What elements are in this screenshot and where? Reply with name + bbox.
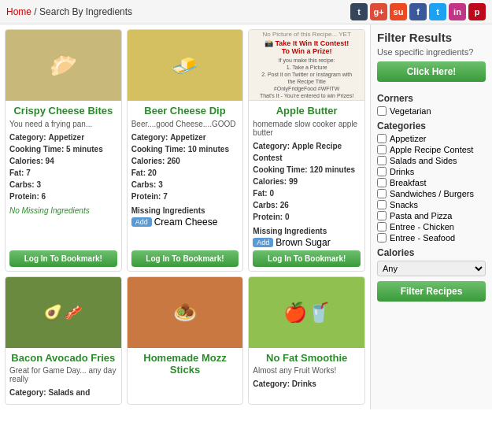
breadcrumb: Home / Search By Ingredients <box>6 6 132 17</box>
recipe-image: 🥟 <box>6 30 121 101</box>
main-layout: 🥟 Crispy Cheese Bites You need a frying … <box>0 24 492 409</box>
category-entree-seafood: Entree - Seafood <box>377 233 486 243</box>
recipes-grid: 🥟 Crispy Cheese Bites You need a frying … <box>5 29 365 405</box>
recipe-desc: homemade slow cooker apple butter <box>253 120 361 137</box>
recipe-card: 🧆 Homemade Mozz Sticks <box>127 276 244 405</box>
instagram-icon[interactable]: in <box>449 3 466 20</box>
recipe-image: 🥑🥓 <box>6 277 121 348</box>
recipe-desc: Almost any Fruit Works! <box>253 366 361 375</box>
category-label: Sandwiches / Burgers <box>390 189 474 198</box>
category-apple-recipe: Apple Recipe Contest <box>377 145 486 154</box>
category-salads: Salads and Sides <box>377 156 486 165</box>
category-label: Appetizer <box>390 134 426 143</box>
category-label: Apple Recipe Contest <box>390 145 473 154</box>
missing-label: Missing Ingredients <box>253 227 361 235</box>
calories-select[interactable]: Any <box>377 261 486 276</box>
recipe-card: 🥑🥓 Bacon Avocado Fries Great for Game Da… <box>5 276 122 405</box>
tumblr-icon[interactable]: t <box>350 3 368 20</box>
category-checkbox[interactable] <box>377 222 387 231</box>
recipe-title: Crispy Cheese Bites <box>9 105 117 117</box>
google-plus-icon[interactable]: g+ <box>370 3 387 20</box>
filter-subtitle: Use specific ingredients? <box>377 47 486 57</box>
add-ingredient-button[interactable]: Add <box>131 217 152 227</box>
category-label: Salads and Sides <box>390 156 457 165</box>
category-appetizer: Appetizer <box>377 134 486 143</box>
category-checkbox[interactable] <box>377 200 387 209</box>
missing-ingredient: Add Cream Cheese <box>131 217 239 228</box>
recipe-card: No Picture of this Recipe... YET 📸 Take … <box>248 29 365 272</box>
category-label: Pasta and Pizza <box>390 211 453 220</box>
recipe-image-contest: No Picture of this Recipe... YET 📸 Take … <box>249 30 364 101</box>
bookmark-button[interactable]: Log In To Bookmark! <box>131 250 239 267</box>
vegetarian-label: Vegetarian <box>390 106 431 116</box>
category-pasta: Pasta and Pizza <box>377 211 486 220</box>
missing-label: Missing Ingredients <box>131 206 239 215</box>
recipe-desc: Great for Game Day... any day really <box>9 366 117 383</box>
category-drinks: Drinks <box>377 167 486 176</box>
category-snacks: Snacks <box>377 200 486 209</box>
recipe-desc: You need a frying pan... <box>9 120 117 128</box>
category-sandwiches: Sandwiches / Burgers <box>377 189 486 198</box>
click-here-button[interactable]: Click Here! <box>377 61 486 82</box>
vegetarian-checkbox[interactable] <box>377 106 387 116</box>
vegetarian-filter: Vegetarian <box>377 106 486 116</box>
social-icons: t g+ su f t in p <box>350 3 486 20</box>
recipe-card: 🍎🥤 No Fat Smoothie Almost any Fruit Work… <box>248 276 365 405</box>
stumbleupon-icon[interactable]: su <box>390 3 407 20</box>
pinterest-icon[interactable]: p <box>468 3 486 20</box>
facebook-icon[interactable]: f <box>409 3 427 20</box>
recipe-card: 🥟 Crispy Cheese Bites You need a frying … <box>5 29 122 272</box>
category-entree-chicken: Entree - Chicken <box>377 222 486 231</box>
twitter-icon[interactable]: t <box>429 3 446 20</box>
calories-title: Calories <box>377 247 486 258</box>
categories-title: Categories <box>377 120 486 131</box>
recipe-title: Homemade Mozz Sticks <box>131 352 239 376</box>
recipe-image: 🧆 <box>128 277 243 348</box>
recipe-meta: Category: Drinks <box>253 378 361 390</box>
recipe-meta: Category: Appetizer Cooking Time: 5 minu… <box>9 131 117 202</box>
recipe-card: 🧈 Beer Cheese Dip Beer....good Cheese...… <box>127 29 244 272</box>
sidebar: Filter Results Use specific ingredients?… <box>370 24 492 409</box>
category-label: Breakfast <box>390 178 426 187</box>
recipe-title: No Fat Smoothie <box>253 352 361 365</box>
category-breakfast: Breakfast <box>377 178 486 187</box>
category-checkbox[interactable] <box>377 211 387 220</box>
category-checkbox[interactable] <box>377 189 387 198</box>
recipe-title: Beer Cheese Dip <box>131 105 239 117</box>
bookmark-button[interactable]: Log In To Bookmark! <box>9 250 117 267</box>
recipe-meta: Category: Appetizer Cooking Time: 10 min… <box>131 131 239 202</box>
no-missing-text: No Missing Ingredients <box>9 206 117 215</box>
recipe-desc: Beer....good Cheese....GOOD <box>131 120 239 128</box>
top-bar: Home / Search By Ingredients t g+ su f t… <box>0 0 492 24</box>
category-label: Entree - Chicken <box>390 222 454 231</box>
recipe-title: Apple Butter <box>253 105 361 117</box>
category-checkbox[interactable] <box>377 178 387 187</box>
category-checkbox[interactable] <box>377 156 387 165</box>
filter-results-title: Filter Results <box>377 31 486 44</box>
recipe-image: 🍎🥤 <box>249 277 364 348</box>
corners-title: Corners <box>377 93 486 104</box>
category-checkbox[interactable] <box>377 167 387 176</box>
category-label: Entree - Seafood <box>390 233 455 243</box>
add-ingredient-button[interactable]: Add <box>253 238 273 247</box>
recipe-meta: Category: Apple Recipe Contest Cooking T… <box>253 140 361 223</box>
category-label: Snacks <box>390 200 418 209</box>
category-checkbox[interactable] <box>377 233 387 243</box>
recipe-meta: Category: Salads and <box>9 387 117 398</box>
category-checkbox[interactable] <box>377 134 387 143</box>
category-checkbox[interactable] <box>377 145 387 154</box>
recipes-area: 🥟 Crispy Cheese Bites You need a frying … <box>0 24 370 409</box>
ingredient-name: Brown Sugar <box>276 237 330 248</box>
ingredient-name: Cream Cheese <box>154 217 218 228</box>
breadcrumb-home[interactable]: Home <box>6 6 31 17</box>
filter-recipes-button[interactable]: Filter Recipes <box>377 281 486 302</box>
recipe-title: Bacon Avocado Fries <box>9 352 117 365</box>
category-label: Drinks <box>390 167 414 176</box>
bookmark-button[interactable]: Log In To Bookmark! <box>253 250 361 267</box>
missing-ingredient: Add Brown Sugar <box>253 237 361 248</box>
recipe-image: 🧈 <box>128 30 243 101</box>
